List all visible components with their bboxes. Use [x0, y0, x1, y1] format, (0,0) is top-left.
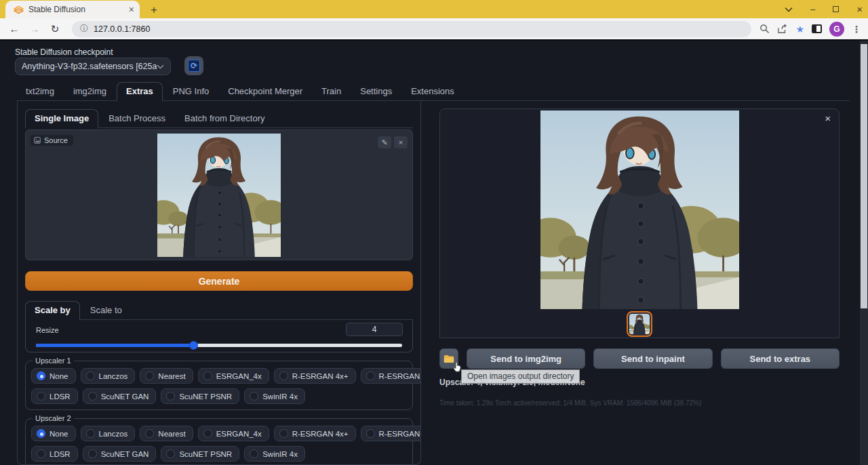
- site-info-icon[interactable]: ⓘ: [80, 23, 88, 35]
- radio-icon: [250, 449, 258, 458]
- browser-chrome: Stable Diffusion × + – × ← → ↻ ⓘ 127.0.0…: [0, 0, 868, 39]
- generate-button[interactable]: Generate: [25, 271, 413, 291]
- tab-extras[interactable]: Extras: [117, 82, 163, 101]
- upscaler-option-resrgan-anime6b[interactable]: R-ESRGAN 4x+ Anime6B: [361, 426, 422, 441]
- tab-batch-process[interactable]: Batch Process: [100, 110, 174, 127]
- refresh-icon: ⟳: [188, 60, 200, 72]
- send-to-inpaint-button[interactable]: Send to inpaint: [593, 348, 712, 369]
- upscaler-option-resrgan4x[interactable]: R-ESRGAN 4x+: [274, 426, 356, 441]
- upscaler-option-esrgan4x[interactable]: ESRGAN_4x: [198, 368, 269, 384]
- upscaler-option-esrgan4x[interactable]: ESRGAN_4x: [198, 426, 269, 441]
- stable-diffusion-webui: Stable Diffusion checkpoint Anything-V3-…: [0, 39, 868, 465]
- side-panel-icon[interactable]: [812, 24, 822, 33]
- upscaler-option-none[interactable]: None: [31, 368, 76, 384]
- result-gallery: ×: [439, 108, 840, 338]
- toolbar-right: ★ G ⋮: [760, 22, 863, 37]
- gallery-thumbnail-selected[interactable]: [627, 311, 652, 337]
- radio-icon: [279, 429, 288, 438]
- upscaler-option-swinir4x[interactable]: SwinIR 4x: [244, 446, 305, 462]
- browser-menu-icon[interactable]: ⋮: [852, 24, 861, 35]
- gallery-close-icon[interactable]: ×: [825, 113, 831, 123]
- minimize-button[interactable]: –: [810, 5, 815, 14]
- radio-icon: [37, 449, 45, 458]
- upscaler-option-scunet-psnr[interactable]: ScuNET PSNR: [161, 446, 239, 462]
- upscaler1-row2: LDSR ScuNET GAN ScuNET PSNR SwinIR 4x: [31, 388, 407, 404]
- upscaler1-label: Upscaler 1: [33, 357, 74, 365]
- tab-single-image[interactable]: Single Image: [25, 109, 98, 128]
- upscaler-option-scunet-gan[interactable]: ScuNET GAN: [83, 388, 157, 404]
- url-text[interactable]: 127.0.0.1:7860: [94, 24, 150, 34]
- gradio-favicon: [14, 5, 24, 15]
- edit-image-icon[interactable]: ✎: [378, 136, 391, 148]
- image-icon: [34, 137, 41, 144]
- upscaler-option-lanczos[interactable]: Lanczos: [81, 426, 136, 441]
- refresh-checkpoint-button[interactable]: ⟳: [184, 56, 203, 75]
- bookmark-star-icon[interactable]: ★: [795, 24, 804, 35]
- folder-tooltip: Open images output directory: [461, 369, 580, 384]
- result-image[interactable]: [540, 110, 739, 309]
- radio-icon: [88, 392, 97, 401]
- forward-button[interactable]: →: [26, 23, 43, 35]
- checkpoint-dropdown[interactable]: Anything-V3-fp32.safetensors [625a2ba2]: [15, 58, 171, 75]
- upscaler-option-ldsr[interactable]: LDSR: [31, 446, 78, 462]
- upscaler-option-resrgan4x[interactable]: R-ESRGAN 4x+: [274, 368, 356, 384]
- source-image-dropzone[interactable]: Source ✎ ×: [25, 129, 413, 260]
- resize-label: Resize: [36, 326, 59, 334]
- tab-scale-to[interactable]: Scale to: [81, 302, 131, 319]
- page-scrollbar[interactable]: [860, 41, 868, 465]
- send-to-extras-button[interactable]: Send to extras: [721, 348, 840, 369]
- tab-close-icon[interactable]: ×: [129, 5, 134, 14]
- upscaler-option-scunet-gan[interactable]: ScuNET GAN: [83, 446, 157, 462]
- browser-toolbar: ← → ↻ ⓘ 127.0.0.1:7860 ★ G ⋮: [0, 18, 868, 39]
- tab-extensions[interactable]: Extensions: [402, 83, 463, 100]
- tab-settings[interactable]: Settings: [351, 83, 401, 100]
- restore-button[interactable]: [833, 6, 839, 12]
- upscaler-option-none[interactable]: None: [31, 426, 76, 441]
- tab-png-info[interactable]: PNG Info: [164, 83, 218, 100]
- upscaler-option-resrgan-anime6b[interactable]: R-ESRGAN 4x+ Anime6B: [361, 368, 422, 384]
- resize-slider[interactable]: [36, 341, 402, 350]
- radio-icon: [37, 429, 45, 438]
- tab-img2img[interactable]: img2img: [64, 83, 115, 100]
- new-tab-button[interactable]: +: [151, 4, 157, 16]
- upscaler-option-nearest[interactable]: Nearest: [140, 368, 193, 384]
- upscaler2-row1: None Lanczos Nearest ESRGAN_4x R-ESRGAN …: [31, 426, 407, 441]
- radio-icon: [279, 371, 288, 380]
- tab-checkpoint-merger[interactable]: Checkpoint Merger: [219, 83, 311, 100]
- send-to-img2img-button[interactable]: Send to img2img: [467, 348, 585, 369]
- reload-button[interactable]: ↻: [46, 23, 64, 35]
- zoom-icon[interactable]: [760, 24, 770, 34]
- upscaler-option-scunet-psnr[interactable]: ScuNET PSNR: [161, 388, 239, 404]
- resize-group: Resize 4: [25, 320, 413, 352]
- upscaler2-label: Upscaler 2: [33, 414, 74, 422]
- browser-tab[interactable]: Stable Diffusion ×: [5, 1, 140, 18]
- radio-icon: [203, 429, 212, 438]
- url-bar[interactable]: ⓘ 127.0.0.1:7860: [72, 21, 751, 37]
- tab-title: Stable Diffusion: [28, 5, 124, 14]
- tab-search-chevron-icon[interactable]: [785, 7, 793, 12]
- upscaler1-row1: None Lanczos Nearest ESRGAN_4x R-ESRGAN …: [31, 368, 407, 384]
- tab-scale-by[interactable]: Scale by: [25, 301, 80, 320]
- tab-batch-from-directory[interactable]: Batch from Directory: [176, 110, 273, 127]
- upscaler-option-ldsr[interactable]: LDSR: [31, 388, 78, 404]
- radio-icon: [86, 371, 95, 380]
- scrollbar-thumb[interactable]: [861, 44, 867, 308]
- close-window-button[interactable]: ×: [856, 4, 863, 14]
- back-button[interactable]: ←: [5, 23, 23, 35]
- tab-txt2img[interactable]: txt2img: [17, 83, 63, 100]
- share-icon[interactable]: [777, 24, 788, 34]
- resize-value-input[interactable]: 4: [346, 323, 403, 336]
- profile-avatar[interactable]: G: [829, 22, 844, 37]
- source-label-chip: Source: [31, 135, 73, 146]
- slider-thumb[interactable]: [189, 341, 198, 350]
- upscaler-option-swinir4x[interactable]: SwinIR 4x: [244, 388, 305, 404]
- radio-icon: [145, 371, 154, 380]
- upscaler-option-lanczos[interactable]: Lanczos: [81, 368, 136, 384]
- upscaler-option-nearest[interactable]: Nearest: [140, 426, 193, 441]
- tab-train[interactable]: Train: [313, 83, 350, 100]
- checkpoint-label: Stable Diffusion checkpoint: [15, 47, 113, 57]
- clear-image-icon[interactable]: ×: [394, 136, 408, 148]
- radio-icon: [37, 371, 45, 380]
- source-label: Source: [44, 136, 68, 144]
- chevron-down-icon: [157, 64, 164, 69]
